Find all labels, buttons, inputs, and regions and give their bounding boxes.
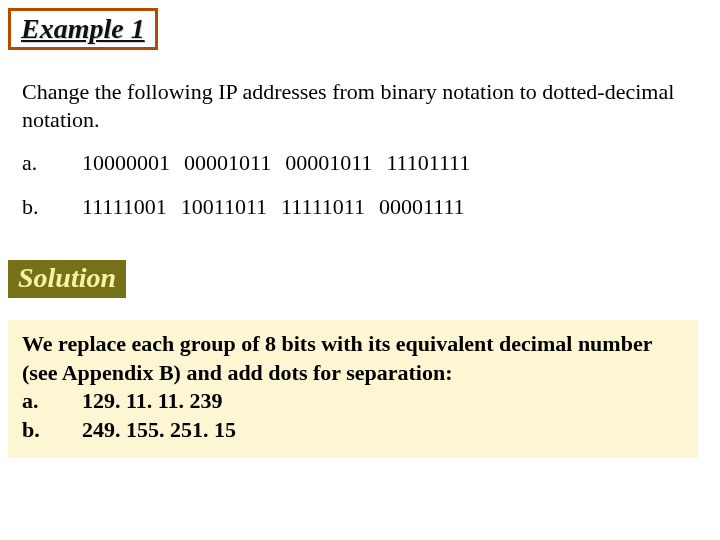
- items-list: a. 10000001 00001011 00001011 11101111 b…: [22, 150, 682, 238]
- octet: 10000001: [82, 150, 170, 176]
- list-item: a. 10000001 00001011 00001011 11101111: [22, 150, 682, 176]
- item-label: b.: [22, 194, 82, 220]
- octet: 11101111: [386, 150, 470, 176]
- octet: 00001011: [184, 150, 271, 176]
- answer-label: a.: [22, 387, 82, 416]
- example-header-text: Example 1: [21, 13, 145, 44]
- example-header-box: Example 1: [8, 8, 158, 50]
- answer-intro: We replace each group of 8 bits with its…: [22, 330, 684, 387]
- prompt-text: Change the following IP addresses from b…: [22, 78, 682, 133]
- page: Example 1 Change the following IP addres…: [0, 0, 720, 540]
- item-label: a.: [22, 150, 82, 176]
- octet: 11111011: [281, 194, 365, 220]
- answer-row: b. 249. 155. 251. 15: [22, 416, 684, 445]
- item-octets: 11111001 10011011 11111011 00001111: [82, 194, 465, 220]
- octet: 10011011: [181, 194, 267, 220]
- item-octets: 10000001 00001011 00001011 11101111: [82, 150, 470, 176]
- answer-label: b.: [22, 416, 82, 445]
- answer-value: 129. 11. 11. 239: [82, 387, 223, 416]
- solution-header-box: Solution: [8, 260, 126, 298]
- list-item: b. 11111001 10011011 11111011 00001111: [22, 194, 682, 220]
- octet: 00001111: [379, 194, 465, 220]
- octet: 00001011: [285, 150, 372, 176]
- answer-box: We replace each group of 8 bits with its…: [8, 320, 698, 458]
- octet: 11111001: [82, 194, 167, 220]
- answer-row: a. 129. 11. 11. 239: [22, 387, 684, 416]
- answer-value: 249. 155. 251. 15: [82, 416, 236, 445]
- solution-header-text: Solution: [18, 262, 116, 293]
